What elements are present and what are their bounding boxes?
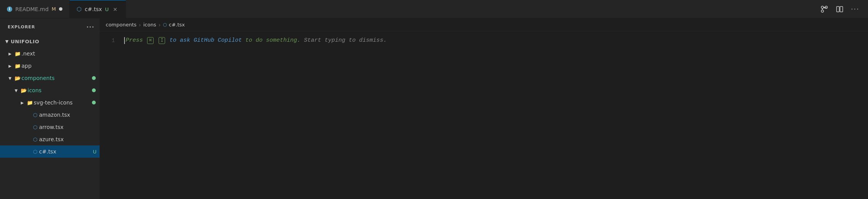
split-editor-icon[interactable]	[833, 2, 847, 16]
icons-label: icons	[28, 87, 92, 93]
sidebar-item-amazon[interactable]: ⬡ amazon.tsx	[0, 109, 100, 121]
tab-badge-readme: M	[52, 6, 56, 12]
breadcrumb: components › icons › ⬡ c#.tsx	[100, 18, 868, 31]
tree-root-unifolio[interactable]: ▼ UNIFOLIO	[0, 35, 100, 47]
next-arrow-icon: ▶	[6, 50, 14, 57]
editor-content[interactable]: 1 Press ⌘ I to ask GitHub Copilot to do …	[100, 31, 868, 199]
arrow-label: arrow.tsx	[39, 124, 100, 130]
amazon-file-icon: ⬡	[31, 111, 39, 119]
svg-tech-icons-badge	[92, 101, 96, 104]
tab-close-csharp[interactable]: ×	[112, 6, 119, 13]
sidebar-title: EXPLORER	[8, 24, 35, 29]
csharp-file-icon: ⬡	[31, 148, 39, 155]
svg-tech-icons-arrow-icon: ▶	[18, 99, 26, 106]
main-area: EXPLORER ··· ▼ UNIFOLIO ▶ 📁 .next ▶ 📁 ap…	[0, 18, 868, 199]
source-control-icon[interactable]	[817, 2, 831, 16]
readme-icon: i	[7, 7, 12, 12]
csharp-label: c#.tsx	[39, 148, 93, 155]
breadcrumb-sep-2: ›	[159, 22, 161, 28]
breadcrumb-csharp-tsx: ⬡ c#.tsx	[163, 22, 185, 28]
next-label: .next	[21, 51, 100, 57]
text-cursor	[124, 37, 125, 44]
arrow-file-icon: ⬡	[31, 123, 39, 131]
kbd-cmd: ⌘	[147, 37, 154, 44]
ghost-text-to-do: to do something.	[246, 37, 301, 44]
sidebar-item-components[interactable]: ▼ 📂 components	[0, 72, 100, 84]
amazon-label: amazon.tsx	[39, 112, 100, 118]
sidebar-item-arrow[interactable]: ⬡ arrow.tsx	[0, 121, 100, 133]
more-actions-icon[interactable]: ···	[848, 2, 862, 16]
sidebar-item-azure[interactable]: ⬡ azure.tsx	[0, 133, 100, 145]
tab-label-csharp: c#.tsx	[85, 6, 102, 12]
icons-folder-icon: 📂	[20, 86, 28, 94]
sidebar-item-next[interactable]: ▶ 📁 .next	[0, 47, 100, 60]
tsx-icon-tab: ⬡	[77, 6, 82, 13]
tab-csharp[interactable]: ⬡ c#.tsx U ×	[70, 0, 126, 18]
azure-spacer	[24, 135, 31, 143]
editor-lines[interactable]: Press ⌘ I to ask GitHub Copilot to do so…	[123, 35, 868, 199]
components-badge	[92, 76, 96, 80]
unifolio-label: UNIFOLIO	[11, 39, 39, 44]
sidebar-more-button[interactable]: ···	[86, 22, 95, 31]
breadcrumb-icons: icons	[143, 22, 156, 28]
components-label: components	[21, 75, 92, 81]
tab-bar: i README.md M ⬡ c#.tsx U × ···	[0, 0, 868, 18]
tab-readme[interactable]: i README.md M	[0, 0, 70, 18]
editor-line-1: Press ⌘ I to ask GitHub Copilot to do so…	[124, 35, 868, 46]
svg-point-0	[821, 6, 824, 8]
csharp-badge-u: U	[93, 149, 97, 155]
tab-label-readme: README.md	[15, 6, 49, 12]
components-folder-icon: 📂	[14, 74, 21, 82]
components-arrow-icon: ▼	[6, 74, 14, 82]
kbd-i: I	[159, 37, 165, 44]
breadcrumb-sep-1: ›	[139, 22, 141, 28]
csharp-spacer	[24, 148, 31, 155]
app-label: app	[21, 63, 100, 69]
sidebar-item-app[interactable]: ▶ 📁 app	[0, 60, 100, 72]
sidebar: EXPLORER ··· ▼ UNIFOLIO ▶ 📁 .next ▶ 📁 ap…	[0, 18, 100, 199]
tab-dot-readme	[59, 7, 62, 11]
svg-rect-4	[840, 7, 843, 12]
sidebar-item-csharp[interactable]: ⬡ c#.tsx U	[0, 145, 100, 158]
sidebar-title-actions: ···	[86, 22, 95, 31]
svg-point-2	[821, 10, 824, 12]
line-number-1: 1	[100, 35, 115, 46]
icons-badge	[92, 88, 96, 92]
amazon-spacer	[24, 111, 31, 119]
ghost-text-copilot: to ask GitHub Copilot	[170, 37, 242, 44]
sidebar-item-svg-tech-icons[interactable]: ▶ 📁 svg-tech-icons	[0, 96, 100, 109]
icons-arrow-icon: ▼	[12, 86, 20, 94]
svg-tech-icons-folder-icon: 📁	[26, 99, 34, 106]
line-numbers: 1	[100, 35, 123, 199]
tab-bar-actions: ···	[811, 2, 868, 16]
unifolio-collapse-arrow: ▼	[3, 38, 11, 45]
tab-badge-csharp: U	[105, 7, 109, 12]
svg-rect-3	[837, 7, 839, 12]
app-arrow-icon: ▶	[6, 62, 14, 70]
azure-label: azure.tsx	[39, 136, 100, 142]
next-folder-icon: 📁	[14, 50, 21, 57]
app-folder-icon: 📁	[14, 62, 21, 70]
breadcrumb-components: components	[106, 22, 136, 28]
svg-tech-icons-label: svg-tech-icons	[34, 100, 92, 106]
editor-area: components › icons › ⬡ c#.tsx 1 Press	[100, 18, 868, 199]
arrow-spacer	[24, 123, 31, 131]
sidebar-item-icons[interactable]: ▼ 📂 icons	[0, 84, 100, 96]
ghost-text-press: Press ⌘ I to ask GitHub Copilot to do so…	[126, 35, 387, 46]
breadcrumb-file-icon: ⬡	[163, 22, 167, 28]
ghost-text-dismiss: Start typing to dismiss.	[304, 37, 387, 44]
sidebar-title-bar: EXPLORER ···	[0, 18, 100, 35]
azure-file-icon: ⬡	[31, 135, 39, 143]
